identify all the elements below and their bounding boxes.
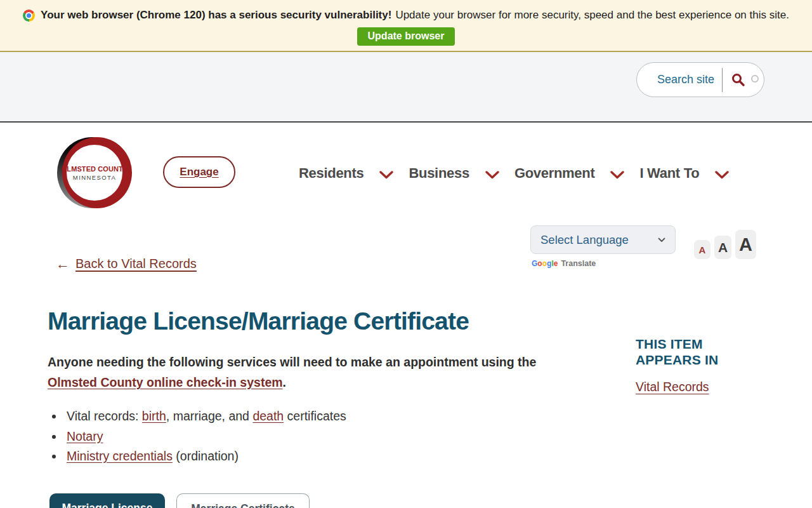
engage-label: Engage <box>180 166 218 178</box>
translate-label: Translate <box>561 259 596 268</box>
page-content: Select Language Google Translate A A A ←… <box>0 223 812 508</box>
font-size-large-button[interactable]: A <box>735 230 756 259</box>
search-button[interactable] <box>723 72 746 88</box>
nav-item-residents[interactable]: Residents <box>299 165 393 182</box>
page-title: Marriage License/Marriage Certificate <box>48 307 555 336</box>
alert-normal-text: Update your browser for more security, s… <box>395 9 789 22</box>
update-browser-button[interactable]: Update browser <box>357 27 455 46</box>
nav-item-government[interactable]: Government <box>514 165 625 182</box>
notary-link[interactable]: Notary <box>67 429 103 443</box>
utility-bar: Accessibility Contact Us Maps & Directio… <box>0 52 812 123</box>
back-arrow-icon: ← <box>56 257 70 271</box>
site-search <box>636 62 764 97</box>
logo-state-name: MINNESOTA <box>73 174 116 181</box>
ministry-credentials-link[interactable]: Ministry credentials <box>67 449 173 463</box>
font-size-small-button[interactable]: A <box>694 240 710 259</box>
alert-bold-text: Your web browser (Chrome 120) has a seri… <box>41 9 391 22</box>
site-header: OLMSTED COUNTY MINNESOTA Engage Resident… <box>0 124 812 223</box>
logo-text: OLMSTED COUNTY MINNESOTA <box>57 135 132 210</box>
list-item-vital-records: Vital records: birth, marriage, and deat… <box>64 406 555 427</box>
font-size-controls: A A A <box>694 230 756 259</box>
language-select[interactable]: Select Language <box>530 225 676 254</box>
check-in-system-link[interactable]: Olmsted County online check-in system <box>48 375 283 389</box>
intro-paragraph: Anyone needing the following services wi… <box>48 352 546 392</box>
engage-button[interactable]: Engage <box>163 156 235 188</box>
birth-link[interactable]: birth <box>142 409 166 423</box>
olmsted-county-logo[interactable]: OLMSTED COUNTY MINNESOTA <box>57 135 132 210</box>
nav-item-i-want-to[interactable]: I Want To <box>639 165 729 182</box>
main-column: Marriage License/Marriage Certificate An… <box>48 307 555 467</box>
google-logo: Google <box>532 259 558 268</box>
list-item-ministry: Ministry credentials (ordination) <box>64 446 555 467</box>
chrome-icon <box>23 10 35 22</box>
search-icon <box>731 72 746 88</box>
services-list: Vital records: birth, marriage, and deat… <box>48 406 555 467</box>
chevron-down-icon <box>610 171 624 179</box>
font-size-medium-button[interactable]: A <box>714 236 731 259</box>
language-select-value: Select Language <box>540 233 629 247</box>
tab-marriage-license[interactable]: Marriage License <box>49 493 165 508</box>
back-to-vital-records-link[interactable]: ← Back to Vital Records <box>56 257 197 271</box>
select-chevron-icon <box>658 237 665 243</box>
chevron-down-icon <box>485 171 499 179</box>
appears-in-sidebar: THIS ITEM APPEARS IN Vital Records <box>636 336 756 394</box>
alert-message-row: Your web browser (Chrome 120) has a seri… <box>0 0 812 22</box>
alert-button-row: Update browser <box>0 27 812 46</box>
search-input[interactable] <box>656 72 719 87</box>
vital-records-link[interactable]: Vital Records <box>636 380 709 394</box>
main-navigation: Residents Business Government I Want To <box>299 124 729 223</box>
browser-alert-banner: Your web browser (Chrome 120) has a seri… <box>0 0 812 52</box>
page: Your web browser (Chrome 120) has a seri… <box>0 0 812 508</box>
appears-in-heading: THIS ITEM APPEARS IN <box>636 336 728 368</box>
list-item-notary: Notary <box>64 427 555 447</box>
content-tabs: Marriage License Marriage Certificate <box>49 493 310 508</box>
tab-marriage-certificate[interactable]: Marriage Certificate <box>176 493 310 508</box>
ring-decoration-icon <box>751 75 759 83</box>
google-translate-attribution[interactable]: Google Translate <box>532 259 596 268</box>
logo-county-name: OLMSTED COUNTY <box>62 165 128 173</box>
death-link[interactable]: death <box>252 409 284 423</box>
chevron-down-icon <box>715 171 729 179</box>
chevron-down-icon <box>379 171 393 179</box>
nav-item-business[interactable]: Business <box>409 165 499 182</box>
